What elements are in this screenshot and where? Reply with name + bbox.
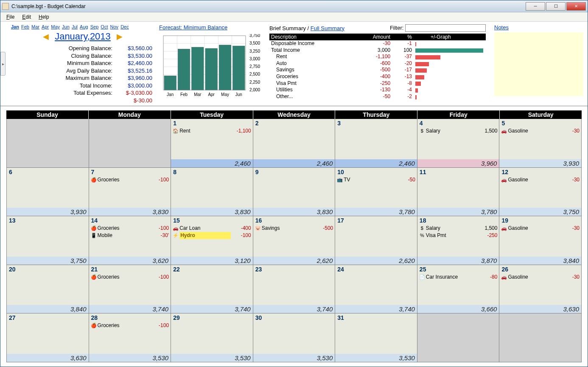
calendar-cell[interactable]: 243,740 xyxy=(335,265,417,313)
calendar-cell[interactable]: 22,460 xyxy=(253,119,335,167)
summary-row[interactable]: Total Income3,000100 xyxy=(269,47,486,54)
transaction-item[interactable]: 🚗Gasoline-30 xyxy=(501,225,580,232)
calendar-cell[interactable]: 83,830 xyxy=(171,168,253,216)
month-link-nov[interactable]: Nov xyxy=(110,24,119,29)
calendar-cell[interactable]: 10📺TV-503,780 xyxy=(335,168,417,216)
transaction-name: Groceries xyxy=(98,176,149,184)
month-link-oct[interactable]: Oct xyxy=(101,24,108,29)
transaction-item[interactable]: 🏠Rent-1,100 xyxy=(173,127,251,135)
calendar-cell[interactable]: 223,740 xyxy=(171,265,253,313)
calendar-cell[interactable]: 273,630 xyxy=(7,313,89,362)
full-summary-link[interactable]: Full Summary xyxy=(311,25,344,31)
titlebar[interactable]: C:\sample.bgt - Budget Calendar ─ ☐ ✕ xyxy=(0,0,588,12)
calendar-cell[interactable]: 16🐷Savings-5002,620 xyxy=(253,216,335,265)
menu-edit[interactable]: Edit xyxy=(19,13,34,21)
filter-input[interactable] xyxy=(405,24,486,32)
month-link-feb[interactable]: Feb xyxy=(21,24,29,29)
month-link-may[interactable]: May xyxy=(51,24,60,29)
transaction-item[interactable]: 🍎Groceries-100 xyxy=(91,176,169,184)
calendar-cell[interactable]: 26🚗Gasoline-303,630 xyxy=(499,265,581,313)
calendar-cell[interactable]: 203,840 xyxy=(7,265,89,313)
menu-help[interactable]: Help xyxy=(35,13,53,21)
notes-link[interactable]: Notes xyxy=(494,24,509,31)
calendar-cell[interactable]: 18$Salary1,500%Visa Pmt-2503,870 xyxy=(417,216,499,265)
transaction-icon: % xyxy=(419,232,425,239)
transaction-item[interactable]: 🚗Gasoline-30 xyxy=(501,176,580,184)
calendar-cell[interactable]: 113,780 xyxy=(417,168,499,216)
calendar-cell[interactable]: 19🚗Gasoline-303,840 xyxy=(499,216,581,265)
transaction-item[interactable]: 🍎Groceries-100 xyxy=(91,274,169,281)
calendar-cell[interactable]: 14🍎Groceries-100📱Mobile-30'3,620 xyxy=(89,216,171,265)
calendar-cell[interactable]: 28🍎Groceries-1003,530 xyxy=(89,313,171,362)
svg-text:Mar: Mar xyxy=(194,92,202,97)
transaction-amount: -80 xyxy=(477,274,497,281)
prev-month-button[interactable]: ◀ xyxy=(43,32,49,41)
summary-row[interactable]: Visa Pmt-250-8 xyxy=(269,80,486,87)
calendar-cell[interactable]: 12🚗Gasoline-303,750 xyxy=(499,168,581,216)
balance-label: Minimum Balance: xyxy=(11,59,112,67)
calendar-cell[interactable]: 233,740 xyxy=(253,265,335,313)
calendar-cell[interactable]: 1🏠Rent-1,1002,460 xyxy=(171,119,253,167)
month-link-mar[interactable]: Mar xyxy=(31,24,39,29)
calendar-cell[interactable]: 172,620 xyxy=(335,216,417,265)
month-link-jul[interactable]: Jul xyxy=(72,24,78,29)
summary-bar-cell xyxy=(414,47,486,54)
month-link-aug[interactable]: Aug xyxy=(80,24,88,29)
transaction-name: Hydro xyxy=(179,232,231,239)
summary-row[interactable]: Utilities-130-4 xyxy=(269,87,486,93)
calendar-cell[interactable]: 293,530 xyxy=(171,313,253,362)
summary-row[interactable]: Other...-50-2 xyxy=(269,93,486,100)
calendar-cell[interactable]: 133,750 xyxy=(7,216,89,265)
filter-label: Filter: xyxy=(390,25,404,31)
summary-row[interactable]: Groceries-400-13 xyxy=(269,73,486,80)
transaction-item[interactable]: 🚗Gasoline-30 xyxy=(501,127,580,135)
minimize-button[interactable]: ─ xyxy=(526,2,545,11)
calendar-cell[interactable]: 15🚗Car Loan-400⚡Hydro-1003,120 xyxy=(171,216,253,265)
month-link-apr[interactable]: Apr xyxy=(42,24,49,29)
summary-row[interactable]: Savings-500-17 xyxy=(269,67,486,73)
transaction-item[interactable]: 🚗Gasoline-30 xyxy=(501,274,580,281)
summary-row[interactable]: Disposable Income-30-1 xyxy=(269,40,486,47)
month-title[interactable]: January,2013 xyxy=(55,31,111,42)
transaction-item[interactable]: ⚡Hydro-100 xyxy=(173,232,251,239)
calendar-cell[interactable]: 5🚗Gasoline-303,930 xyxy=(499,119,581,167)
transaction-item[interactable]: 📱Mobile-30' xyxy=(91,232,169,239)
balance-row: Opening Balance:$3,560.00 xyxy=(11,45,155,52)
month-link-jun[interactable]: Jun xyxy=(62,24,70,29)
transaction-item[interactable]: 🍎Groceries-100 xyxy=(91,322,169,329)
close-button[interactable]: ✕ xyxy=(566,2,586,11)
calendar-cell[interactable]: 93,830 xyxy=(253,168,335,216)
month-link-dec[interactable]: Dec xyxy=(120,24,129,29)
summary-bar-cell xyxy=(414,93,486,100)
forecast-link[interactable]: Forecast: Minimum Balance xyxy=(159,24,261,31)
calendar-cell[interactable]: 25📄Car Insurance-803,660 xyxy=(417,265,499,313)
calendar-cell[interactable]: 32,460 xyxy=(335,119,417,167)
transaction-item[interactable]: 🚗Car Loan-400 xyxy=(173,225,251,232)
notes-textarea[interactable] xyxy=(494,32,583,96)
calendar-cell[interactable]: 21🍎Groceries-1003,740 xyxy=(89,265,171,313)
sidebar-expand-toggle[interactable]: ▸ xyxy=(0,52,6,76)
transaction-amount: -250 xyxy=(477,232,497,239)
transaction-item[interactable]: 📄Car Insurance-80 xyxy=(419,274,498,281)
transaction-item[interactable]: 🍎Groceries-100 xyxy=(91,225,169,232)
month-link-sep[interactable]: Sep xyxy=(90,24,99,29)
transaction-amount: -100 xyxy=(148,225,169,232)
calendar-cell[interactable]: 7🍎Groceries-1003,830 xyxy=(89,168,171,216)
summary-row[interactable]: Auto-600-20 xyxy=(269,60,486,67)
transaction-item[interactable]: 🐷Savings-500 xyxy=(255,225,333,232)
summary-row[interactable]: Rent-1,100-37 xyxy=(269,54,486,60)
calendar-cell[interactable]: 63,930 xyxy=(7,168,89,216)
maximize-button[interactable]: ☐ xyxy=(546,2,566,11)
next-month-button[interactable]: ▶ xyxy=(117,32,123,41)
transaction-item[interactable]: $Salary1,500 xyxy=(419,225,498,232)
month-link-jan[interactable]: Jan xyxy=(11,24,19,29)
calendar-cell[interactable]: 303,530 xyxy=(253,313,335,362)
transaction-name: TV xyxy=(344,176,395,184)
transaction-icon: 🍎 xyxy=(91,177,97,183)
menu-file[interactable]: File xyxy=(3,13,18,21)
transaction-item[interactable]: $Salary1,500 xyxy=(419,127,498,135)
calendar-cell[interactable]: 4$Salary1,5003,960 xyxy=(417,119,499,167)
transaction-item[interactable]: 📺TV-50 xyxy=(337,176,415,184)
calendar-cell[interactable]: 313,530 xyxy=(335,313,417,362)
transaction-item[interactable]: %Visa Pmt-250 xyxy=(419,232,498,239)
